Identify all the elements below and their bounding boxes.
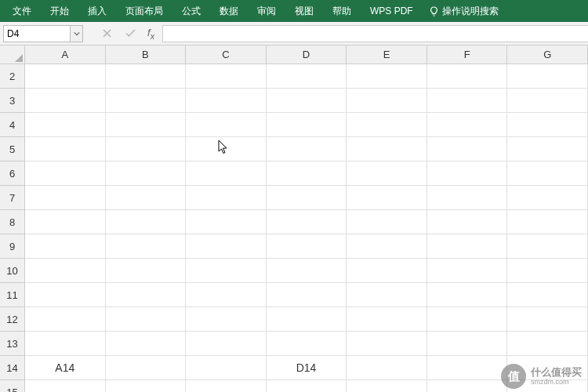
- tab-wps-pdf[interactable]: WPS PDF: [361, 0, 423, 22]
- cell[interactable]: [507, 356, 588, 380]
- cell[interactable]: [347, 162, 427, 186]
- cell[interactable]: [507, 113, 588, 137]
- cell[interactable]: [25, 210, 106, 234]
- cell[interactable]: [507, 162, 588, 186]
- cell[interactable]: [106, 89, 187, 113]
- row-header[interactable]: 8: [0, 210, 25, 234]
- cell[interactable]: [347, 380, 427, 392]
- cell[interactable]: [186, 89, 267, 113]
- cell[interactable]: [427, 162, 508, 186]
- cell[interactable]: [25, 332, 106, 356]
- tab-layout[interactable]: 页面布局: [116, 0, 172, 22]
- cell[interactable]: [347, 356, 427, 380]
- column-header[interactable]: D: [267, 45, 347, 64]
- cell[interactable]: [106, 162, 187, 186]
- tab-review[interactable]: 审阅: [248, 0, 285, 22]
- cell[interactable]: [347, 332, 427, 356]
- formula-accept-button[interactable]: [124, 27, 136, 40]
- column-header[interactable]: F: [427, 45, 508, 64]
- cell[interactable]: [267, 380, 347, 392]
- cell[interactable]: [186, 162, 267, 186]
- cell[interactable]: [427, 210, 508, 234]
- row-header[interactable]: 3: [0, 89, 25, 113]
- row-header[interactable]: 4: [0, 113, 25, 137]
- formula-input[interactable]: [162, 25, 588, 42]
- cell[interactable]: [427, 259, 508, 283]
- cell[interactable]: [25, 162, 106, 186]
- row-header[interactable]: 2: [0, 64, 25, 89]
- cell[interactable]: [507, 234, 588, 259]
- cell[interactable]: [186, 234, 267, 259]
- cell[interactable]: [186, 283, 267, 307]
- cell[interactable]: [427, 89, 508, 113]
- row-header[interactable]: 5: [0, 137, 25, 162]
- cell[interactable]: [106, 186, 187, 210]
- row-header[interactable]: 12: [0, 307, 25, 332]
- cell[interactable]: [106, 234, 187, 259]
- cell[interactable]: [186, 113, 267, 137]
- row-header[interactable]: 10: [0, 259, 25, 283]
- cell[interactable]: [507, 64, 588, 89]
- cell[interactable]: [427, 64, 508, 89]
- cell[interactable]: [106, 137, 187, 162]
- cell[interactable]: [25, 234, 106, 259]
- cell[interactable]: [427, 307, 508, 332]
- cell[interactable]: [347, 64, 427, 89]
- cell[interactable]: [427, 186, 508, 210]
- cell[interactable]: [267, 210, 347, 234]
- tab-help[interactable]: 帮助: [323, 0, 361, 22]
- cell[interactable]: [427, 380, 508, 392]
- cell[interactable]: [186, 356, 267, 380]
- cell[interactable]: D14: [267, 356, 347, 380]
- cell[interactable]: [186, 332, 267, 356]
- cell[interactable]: [507, 210, 588, 234]
- cell[interactable]: [427, 283, 508, 307]
- cell[interactable]: [507, 307, 588, 332]
- cell[interactable]: [267, 234, 347, 259]
- cell[interactable]: [25, 259, 106, 283]
- cell[interactable]: [106, 307, 187, 332]
- cell[interactable]: [267, 89, 347, 113]
- cell[interactable]: [347, 307, 427, 332]
- cell[interactable]: [267, 307, 347, 332]
- cell[interactable]: [267, 162, 347, 186]
- tab-insert[interactable]: 插入: [78, 0, 116, 22]
- row-header[interactable]: 6: [0, 162, 25, 186]
- cell[interactable]: [186, 137, 267, 162]
- cell[interactable]: [267, 113, 347, 137]
- cell[interactable]: [106, 356, 187, 380]
- cell[interactable]: [106, 113, 187, 137]
- cell[interactable]: [186, 64, 267, 89]
- cell[interactable]: [25, 186, 106, 210]
- cell[interactable]: [427, 332, 508, 356]
- cells-grid[interactable]: A14D14: [25, 64, 588, 392]
- cell[interactable]: [347, 89, 427, 113]
- cell[interactable]: [106, 283, 187, 307]
- column-header[interactable]: B: [106, 45, 187, 64]
- cell[interactable]: [267, 186, 347, 210]
- cell[interactable]: [106, 259, 187, 283]
- cell[interactable]: [25, 137, 106, 162]
- tab-data[interactable]: 数据: [210, 0, 248, 22]
- tab-formula[interactable]: 公式: [172, 0, 210, 22]
- cell[interactable]: [507, 259, 588, 283]
- cell[interactable]: [25, 283, 106, 307]
- cell[interactable]: [267, 137, 347, 162]
- cell[interactable]: [507, 137, 588, 162]
- row-header[interactable]: 14: [0, 356, 25, 380]
- cell[interactable]: [347, 234, 427, 259]
- row-header[interactable]: 15: [0, 380, 25, 392]
- cell[interactable]: A14: [25, 356, 106, 380]
- column-header[interactable]: G: [507, 45, 588, 64]
- cell[interactable]: [186, 307, 267, 332]
- cell[interactable]: [186, 259, 267, 283]
- column-header[interactable]: A: [25, 45, 106, 64]
- row-header[interactable]: 9: [0, 234, 25, 259]
- column-header[interactable]: C: [186, 45, 267, 64]
- cell[interactable]: [25, 307, 106, 332]
- cell[interactable]: [25, 89, 106, 113]
- cell[interactable]: [507, 283, 588, 307]
- cell[interactable]: [25, 113, 106, 137]
- cell[interactable]: [507, 380, 588, 392]
- cell[interactable]: [507, 186, 588, 210]
